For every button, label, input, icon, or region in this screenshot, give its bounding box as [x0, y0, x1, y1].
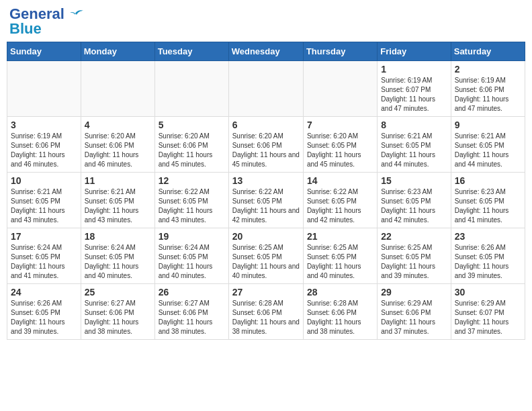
day-info: Sunrise: 6:29 AM Sunset: 6:07 PM Dayligh…	[455, 299, 521, 336]
day-number: 24	[11, 287, 77, 298]
week-row-3: 10Sunrise: 6:21 AM Sunset: 6:05 PM Dayli…	[7, 173, 525, 228]
day-number: 7	[307, 120, 373, 130]
day-info: Sunrise: 6:21 AM Sunset: 6:05 PM Dayligh…	[11, 187, 77, 225]
day-number: 26	[159, 287, 225, 298]
day-cell-18: 18Sunrise: 6:24 AM Sunset: 6:05 PM Dayli…	[81, 228, 154, 284]
day-number: 4	[85, 120, 151, 130]
day-cell-1: 1Sunrise: 6:19 AM Sunset: 6:07 PM Daylig…	[378, 61, 451, 117]
day-info: Sunrise: 6:26 AM Sunset: 6:05 PM Dayligh…	[11, 299, 77, 336]
day-info: Sunrise: 6:26 AM Sunset: 6:05 PM Dayligh…	[455, 243, 521, 281]
logo-blue-text: Blue	[9, 20, 42, 37]
day-number: 13	[232, 175, 300, 186]
day-number: 15	[381, 175, 447, 186]
day-cell-7: 7Sunrise: 6:20 AM Sunset: 6:05 PM Daylig…	[303, 117, 377, 173]
day-info: Sunrise: 6:29 AM Sunset: 6:06 PM Dayligh…	[381, 299, 447, 336]
day-number: 1	[381, 64, 447, 75]
day-cell-22: 22Sunrise: 6:25 AM Sunset: 6:05 PM Dayli…	[378, 228, 451, 284]
day-info: Sunrise: 6:19 AM Sunset: 6:06 PM Dayligh…	[455, 76, 521, 113]
empty-cell	[154, 61, 228, 117]
day-number: 5	[159, 120, 225, 130]
day-info: Sunrise: 6:21 AM Sunset: 6:05 PM Dayligh…	[455, 132, 521, 169]
day-cell-21: 21Sunrise: 6:25 AM Sunset: 6:05 PM Dayli…	[303, 228, 377, 284]
day-cell-14: 14Sunrise: 6:22 AM Sunset: 6:05 PM Dayli…	[303, 173, 377, 228]
col-header-friday: Friday	[378, 42, 451, 61]
day-cell-2: 2Sunrise: 6:19 AM Sunset: 6:06 PM Daylig…	[451, 61, 525, 117]
day-number: 30	[455, 287, 521, 298]
day-info: Sunrise: 6:27 AM Sunset: 6:06 PM Dayligh…	[85, 299, 151, 336]
day-cell-17: 17Sunrise: 6:24 AM Sunset: 6:05 PM Dayli…	[7, 228, 81, 284]
day-number: 8	[381, 120, 447, 130]
day-cell-28: 28Sunrise: 6:28 AM Sunset: 6:06 PM Dayli…	[303, 284, 377, 340]
day-number: 16	[455, 175, 521, 186]
day-info: Sunrise: 6:19 AM Sunset: 6:06 PM Dayligh…	[11, 132, 77, 169]
day-number: 29	[381, 287, 447, 298]
col-header-tuesday: Tuesday	[154, 42, 228, 61]
day-info: Sunrise: 6:21 AM Sunset: 6:05 PM Dayligh…	[85, 187, 151, 225]
day-info: Sunrise: 6:24 AM Sunset: 6:05 PM Dayligh…	[159, 243, 225, 281]
day-cell-24: 24Sunrise: 6:26 AM Sunset: 6:05 PM Dayli…	[7, 284, 81, 340]
day-number: 6	[232, 120, 300, 130]
col-header-wednesday: Wednesday	[228, 42, 303, 61]
day-cell-13: 13Sunrise: 6:22 AM Sunset: 6:05 PM Dayli…	[228, 173, 303, 228]
day-cell-11: 11Sunrise: 6:21 AM Sunset: 6:05 PM Dayli…	[81, 173, 154, 228]
day-cell-16: 16Sunrise: 6:23 AM Sunset: 6:05 PM Dayli…	[451, 173, 525, 228]
day-info: Sunrise: 6:25 AM Sunset: 6:05 PM Dayligh…	[232, 243, 300, 281]
day-cell-6: 6Sunrise: 6:20 AM Sunset: 6:06 PM Daylig…	[228, 117, 303, 173]
col-header-saturday: Saturday	[451, 42, 525, 61]
day-cell-30: 30Sunrise: 6:29 AM Sunset: 6:07 PM Dayli…	[451, 284, 525, 340]
day-number: 18	[85, 231, 151, 242]
day-info: Sunrise: 6:28 AM Sunset: 6:06 PM Dayligh…	[307, 299, 373, 336]
day-number: 25	[85, 287, 151, 298]
page-header: GeneralBlue	[7, 7, 525, 36]
day-info: Sunrise: 6:25 AM Sunset: 6:05 PM Dayligh…	[381, 243, 447, 281]
day-info: Sunrise: 6:24 AM Sunset: 6:05 PM Dayligh…	[11, 243, 77, 281]
week-row-2: 3Sunrise: 6:19 AM Sunset: 6:06 PM Daylig…	[7, 117, 525, 173]
day-info: Sunrise: 6:20 AM Sunset: 6:06 PM Dayligh…	[159, 132, 225, 169]
day-cell-25: 25Sunrise: 6:27 AM Sunset: 6:06 PM Dayli…	[81, 284, 154, 340]
day-cell-8: 8Sunrise: 6:21 AM Sunset: 6:05 PM Daylig…	[378, 117, 451, 173]
day-info: Sunrise: 6:27 AM Sunset: 6:06 PM Dayligh…	[159, 299, 225, 336]
day-cell-4: 4Sunrise: 6:20 AM Sunset: 6:06 PM Daylig…	[81, 117, 154, 173]
day-number: 3	[11, 120, 77, 130]
day-cell-27: 27Sunrise: 6:28 AM Sunset: 6:06 PM Dayli…	[228, 284, 303, 340]
col-header-thursday: Thursday	[303, 42, 377, 61]
col-header-sunday: Sunday	[7, 42, 81, 61]
day-cell-19: 19Sunrise: 6:24 AM Sunset: 6:05 PM Dayli…	[154, 228, 228, 284]
day-info: Sunrise: 6:25 AM Sunset: 6:05 PM Dayligh…	[307, 243, 373, 281]
empty-cell	[228, 61, 303, 117]
day-info: Sunrise: 6:22 AM Sunset: 6:05 PM Dayligh…	[307, 187, 373, 225]
day-number: 23	[455, 231, 521, 242]
day-number: 2	[455, 64, 521, 75]
day-number: 28	[307, 287, 373, 298]
day-cell-23: 23Sunrise: 6:26 AM Sunset: 6:05 PM Dayli…	[451, 228, 525, 284]
day-cell-15: 15Sunrise: 6:23 AM Sunset: 6:05 PM Dayli…	[378, 173, 451, 228]
logo: GeneralBlue	[9, 7, 85, 36]
day-cell-26: 26Sunrise: 6:27 AM Sunset: 6:06 PM Dayli…	[154, 284, 228, 340]
day-number: 17	[11, 231, 77, 242]
calendar-table: SundayMondayTuesdayWednesdayThursdayFrid…	[7, 42, 525, 340]
empty-cell	[303, 61, 377, 117]
day-info: Sunrise: 6:20 AM Sunset: 6:05 PM Dayligh…	[307, 132, 373, 169]
logo-text: GeneralBlue	[9, 7, 64, 36]
day-number: 10	[11, 175, 77, 186]
day-number: 21	[307, 231, 373, 242]
day-number: 11	[85, 175, 151, 186]
day-cell-10: 10Sunrise: 6:21 AM Sunset: 6:05 PM Dayli…	[7, 173, 81, 228]
day-info: Sunrise: 6:20 AM Sunset: 6:06 PM Dayligh…	[232, 132, 300, 169]
day-info: Sunrise: 6:23 AM Sunset: 6:05 PM Dayligh…	[381, 187, 447, 225]
day-cell-5: 5Sunrise: 6:20 AM Sunset: 6:06 PM Daylig…	[154, 117, 228, 173]
day-cell-20: 20Sunrise: 6:25 AM Sunset: 6:05 PM Dayli…	[228, 228, 303, 284]
day-number: 9	[455, 120, 521, 130]
day-number: 27	[232, 287, 300, 298]
week-row-4: 17Sunrise: 6:24 AM Sunset: 6:05 PM Dayli…	[7, 228, 525, 284]
day-cell-3: 3Sunrise: 6:19 AM Sunset: 6:06 PM Daylig…	[7, 117, 81, 173]
week-row-1: 1Sunrise: 6:19 AM Sunset: 6:07 PM Daylig…	[7, 61, 525, 117]
day-info: Sunrise: 6:22 AM Sunset: 6:05 PM Dayligh…	[232, 187, 300, 225]
logo-bird-icon	[66, 8, 85, 23]
day-cell-29: 29Sunrise: 6:29 AM Sunset: 6:06 PM Dayli…	[378, 284, 451, 340]
day-number: 20	[232, 231, 300, 242]
week-row-5: 24Sunrise: 6:26 AM Sunset: 6:05 PM Dayli…	[7, 284, 525, 340]
col-header-monday: Monday	[81, 42, 154, 61]
empty-cell	[7, 61, 81, 117]
day-cell-9: 9Sunrise: 6:21 AM Sunset: 6:05 PM Daylig…	[451, 117, 525, 173]
